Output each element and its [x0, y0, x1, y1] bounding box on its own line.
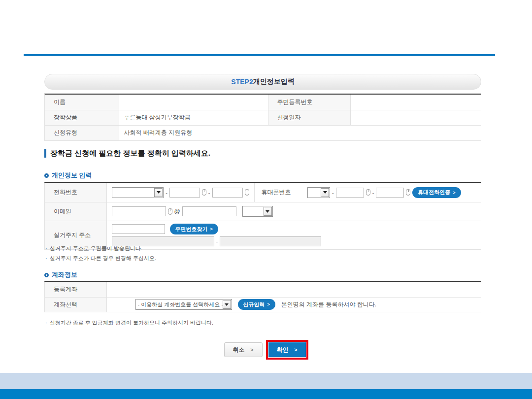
application-date-value: [350, 110, 481, 125]
section-title-text: 개인정보 입력: [52, 171, 92, 180]
dash-separator: -: [372, 190, 374, 196]
application-date-label: 신청일자: [268, 110, 350, 125]
table-row: 이메일 @: [45, 202, 481, 221]
confirm-highlight-annotation: 확인>: [266, 340, 308, 360]
account-info-section-title: 계좌정보: [44, 270, 77, 279]
name-value: [119, 95, 268, 110]
email-domain-select[interactable]: [242, 206, 273, 217]
mouse-input-icon[interactable]: [168, 208, 172, 215]
personal-info-form-table: 전화번호 - - 휴대폰번호: [44, 182, 481, 250]
arrow-icon: >: [251, 347, 254, 353]
mobile-last-input[interactable]: [376, 188, 404, 198]
phone-last-input[interactable]: [212, 188, 243, 198]
at-separator: @: [174, 208, 180, 215]
application-type-value: 사회적 배려계층 지원유형: [119, 125, 481, 140]
table-row: 장학상품 푸른등대 삼성기부장학금 신청일자: [45, 110, 481, 125]
account-number-select[interactable]: - 이용하실 계좌번호를 선택하세요 -: [135, 299, 232, 310]
scholarship-product-value: 푸른등대 삼성기부장학금: [119, 110, 268, 125]
email-field-cell: @: [106, 202, 481, 221]
mobile-middle-input[interactable]: [336, 188, 364, 198]
cancel-button[interactable]: 취소>: [224, 342, 263, 357]
phone-field-cell: - -: [106, 183, 254, 202]
phone-prefix-select[interactable]: [112, 187, 164, 198]
zipcode-search-button[interactable]: 우편번호찾기>: [170, 224, 218, 234]
address-detail-input[interactable]: [220, 236, 321, 246]
dash-separator: -: [216, 238, 218, 244]
scholarship-product-label: 장학상품: [45, 110, 119, 125]
email-label: 이메일: [45, 202, 106, 221]
chevron-down-icon[interactable]: [223, 300, 231, 309]
mobile-prefix-select[interactable]: [307, 187, 330, 198]
dash-separator: -: [332, 190, 334, 196]
table-row: 이름 주민등록번호: [45, 95, 481, 110]
applicant-summary-table: 이름 주민등록번호 장학상품 푸른등대 삼성기부장학금 신청일자 신청유형 사회…: [44, 94, 481, 141]
phone-label: 전화번호: [45, 183, 106, 202]
arrow-icon: >: [453, 190, 455, 195]
mouse-input-icon[interactable]: [245, 189, 249, 196]
account-notice-text: 본인명의 계좌를 등록하셔야 합니다.: [281, 300, 376, 309]
new-account-button[interactable]: 신규입력>: [238, 299, 275, 310]
confirm-button[interactable]: 확인>: [268, 342, 306, 357]
address-field-cell: 우편번호찾기> -: [106, 221, 481, 249]
table-row: 신청유형 사회적 배려계층 지원유형: [45, 125, 481, 140]
page-title: 개인정보입력: [253, 77, 295, 86]
headline-text: 장학금 신청에 필요한 정보를 정확히 입력하세요.: [50, 149, 210, 158]
mouse-input-icon[interactable]: [202, 189, 206, 196]
step-number: STEP2: [231, 78, 253, 86]
registered-account-label: 등록계좌: [45, 282, 106, 297]
resident-id-value: [350, 95, 481, 110]
footer-dark-band: [0, 389, 532, 399]
email-domain-input[interactable]: [182, 206, 236, 216]
section-bullet-icon: [44, 173, 49, 178]
phone-middle-input[interactable]: [169, 188, 200, 198]
account-select-label: 계좌선택: [45, 297, 106, 312]
step-header-bar: STEP2개인정보입력: [44, 74, 481, 90]
arrow-icon: >: [267, 302, 270, 307]
dash-separator: -: [166, 190, 167, 196]
personal-info-section-title: 개인정보 입력: [44, 171, 92, 180]
mouse-input-icon[interactable]: [366, 189, 370, 196]
instruction-headline: 장학금 신청에 필요한 정보를 정확히 입력하세요.: [44, 149, 210, 158]
table-row: 등록계좌: [45, 282, 481, 297]
table-row: 계좌선택 - 이용하실 계좌번호를 선택하세요 - 신규입력> 본인명의 계좌를…: [45, 297, 481, 312]
resident-id-label: 주민등록번호: [268, 95, 350, 110]
address-note-2: ·실거주지 주소가 다른 경우 변경해 주십시오.: [45, 255, 156, 262]
chevron-down-icon[interactable]: [154, 188, 163, 197]
top-divider: [24, 54, 495, 56]
action-buttons-row: 취소> 확인>: [0, 340, 532, 360]
arrow-icon: >: [210, 227, 213, 232]
zipcode-input[interactable]: [112, 224, 165, 234]
account-note: ·신청기간 종료 후 입금계좌 변경이 불가하오니 주의하시기 바랍니다.: [45, 319, 213, 327]
arrow-icon: >: [295, 347, 298, 353]
application-type-label: 신청유형: [45, 125, 119, 140]
mobile-label: 휴대폰번호: [254, 183, 302, 202]
registered-account-value: [106, 282, 481, 297]
address-note-1: ·실거주지 주소로 우편물이 발송됩니다.: [45, 245, 142, 252]
chevron-down-icon[interactable]: [321, 188, 329, 197]
account-info-table: 등록계좌 계좌선택 - 이용하실 계좌번호를 선택하세요 - 신규입력> 본인명…: [44, 281, 481, 312]
scholarship-application-page: STEP2개인정보입력 이름 주민등록번호 장학상품 푸른등대 삼성기부장학금 …: [0, 0, 532, 399]
account-select-cell: - 이용하실 계좌번호를 선택하세요 - 신규입력> 본인명의 계좌를 등록하셔…: [106, 297, 481, 312]
section-bullet-icon: [44, 273, 49, 277]
footer-light-band: [0, 373, 532, 389]
mobile-verify-button[interactable]: 휴대전화인증>: [412, 187, 461, 198]
email-id-input[interactable]: [112, 206, 166, 216]
mobile-field-cell: - - 휴대전화인증>: [302, 183, 481, 202]
mouse-input-icon[interactable]: [406, 189, 410, 196]
name-label: 이름: [45, 95, 119, 110]
chevron-down-icon[interactable]: [264, 207, 272, 216]
dash-separator: -: [208, 190, 210, 196]
table-row: 전화번호 - - 휴대폰번호: [45, 183, 481, 202]
headline-accent-bar: [44, 149, 46, 158]
section-title-text: 계좌정보: [52, 270, 77, 279]
